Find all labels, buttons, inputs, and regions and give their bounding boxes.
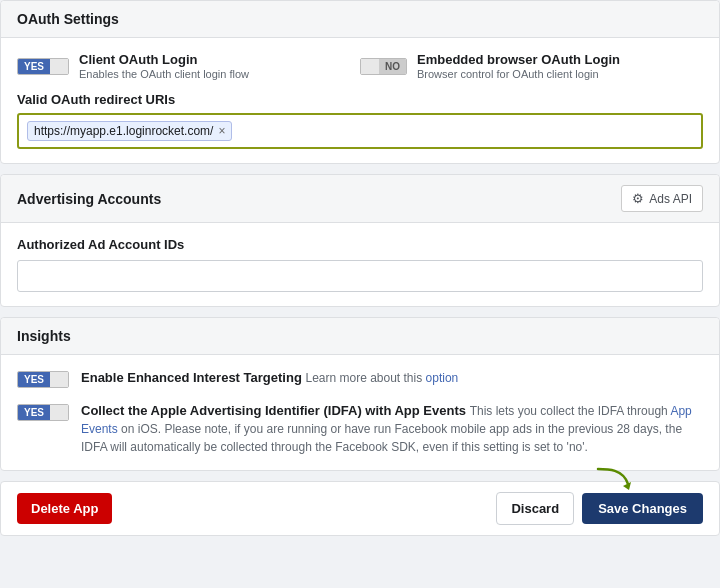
advertising-accounts-body: Authorized Ad Account IDs xyxy=(1,223,719,306)
embedded-oauth-sublabel: Browser control for OAuth client login xyxy=(417,68,620,80)
save-changes-button[interactable]: Save Changes xyxy=(582,493,703,524)
save-arrow-indicator xyxy=(593,464,633,492)
oauth-settings-body: YES Client OAuth Login Enables the OAuth… xyxy=(1,38,719,163)
client-oauth-group: YES Client OAuth Login Enables the OAuth… xyxy=(17,52,360,80)
idfa-yes: YES xyxy=(18,405,50,420)
embedded-oauth-no[interactable]: NO xyxy=(379,59,406,74)
client-oauth-spacer xyxy=(50,59,68,74)
redirect-uris-section: Valid OAuth redirect URIs https://myapp.… xyxy=(17,92,703,149)
ad-account-input[interactable] xyxy=(17,260,703,292)
redirect-uri-remove[interactable]: × xyxy=(218,125,225,137)
footer-bar: Delete App Discard Save Changes xyxy=(0,481,720,536)
oauth-settings-header: OAuth Settings xyxy=(1,1,719,38)
client-oauth-sublabel: Enables the OAuth client login flow xyxy=(79,68,249,80)
insights-toggle-1[interactable]: YES xyxy=(17,404,69,421)
insights-item-1-title: Collect the Apple Advertising Identifier… xyxy=(81,403,466,418)
oauth-toggles-row: YES Client OAuth Login Enables the OAuth… xyxy=(17,52,703,80)
enhanced-targeting-yes: YES xyxy=(18,372,50,387)
discard-button[interactable]: Discard xyxy=(496,492,574,525)
insights-item-1-info: Collect the Apple Advertising Identifier… xyxy=(81,402,703,456)
gear-icon: ⚙ xyxy=(632,191,644,206)
client-oauth-label: Client OAuth Login xyxy=(79,52,249,67)
ad-account-label: Authorized Ad Account IDs xyxy=(17,237,703,252)
idfa-toggle[interactable]: YES xyxy=(17,404,69,421)
redirect-uri-value: https://myapp.e1.loginrocket.com/ xyxy=(34,124,213,138)
footer-right: Discard Save Changes xyxy=(496,492,703,525)
insights-body: YES Enable Enhanced Interest Targeting L… xyxy=(1,355,719,470)
insights-item-0-link[interactable]: option xyxy=(426,371,459,385)
oauth-settings-title: OAuth Settings xyxy=(17,11,119,27)
insights-item-0-title: Enable Enhanced Interest Targeting xyxy=(81,370,302,385)
insights-item-1: YES Collect the Apple Advertising Identi… xyxy=(17,402,703,456)
redirect-uris-label: Valid OAuth redirect URIs xyxy=(17,92,703,107)
redirect-uri-tag: https://myapp.e1.loginrocket.com/ × xyxy=(27,121,232,141)
insights-toggle-0[interactable]: YES xyxy=(17,371,69,388)
insights-item-0-info: Enable Enhanced Interest Targeting Learn… xyxy=(81,369,458,387)
insights-header: Insights xyxy=(1,318,719,355)
idfa-spacer xyxy=(50,405,68,420)
enhanced-targeting-spacer xyxy=(50,372,68,387)
advertising-accounts-header: Advertising Accounts ⚙ Ads API xyxy=(1,175,719,223)
delete-app-button[interactable]: Delete App xyxy=(17,493,112,524)
ads-api-btn-label: Ads API xyxy=(649,192,692,206)
client-oauth-yes[interactable]: YES xyxy=(18,59,50,74)
embedded-oauth-spacer xyxy=(361,59,379,74)
advertising-accounts-title: Advertising Accounts xyxy=(17,191,161,207)
embedded-oauth-label: Embedded browser OAuth Login xyxy=(417,52,620,67)
enhanced-targeting-toggle[interactable]: YES xyxy=(17,371,69,388)
client-oauth-info: Client OAuth Login Enables the OAuth cli… xyxy=(79,52,249,80)
embedded-oauth-info: Embedded browser OAuth Login Browser con… xyxy=(417,52,620,80)
insights-item-0-desc: Learn more about this option xyxy=(305,371,458,385)
insights-title: Insights xyxy=(17,328,71,344)
advertising-accounts-section: Advertising Accounts ⚙ Ads API Authorize… xyxy=(0,174,720,307)
insights-item-0: YES Enable Enhanced Interest Targeting L… xyxy=(17,369,703,388)
embedded-oauth-toggle[interactable]: NO xyxy=(360,58,407,75)
insights-section: Insights YES Enable Enhanced Interest Ta… xyxy=(0,317,720,471)
redirect-uris-box[interactable]: https://myapp.e1.loginrocket.com/ × xyxy=(17,113,703,149)
client-oauth-toggle[interactable]: YES xyxy=(17,58,69,75)
oauth-settings-section: OAuth Settings YES Client OAuth Login En… xyxy=(0,0,720,164)
embedded-oauth-group: NO Embedded browser OAuth Login Browser … xyxy=(360,52,703,80)
ads-api-button[interactable]: ⚙ Ads API xyxy=(621,185,703,212)
